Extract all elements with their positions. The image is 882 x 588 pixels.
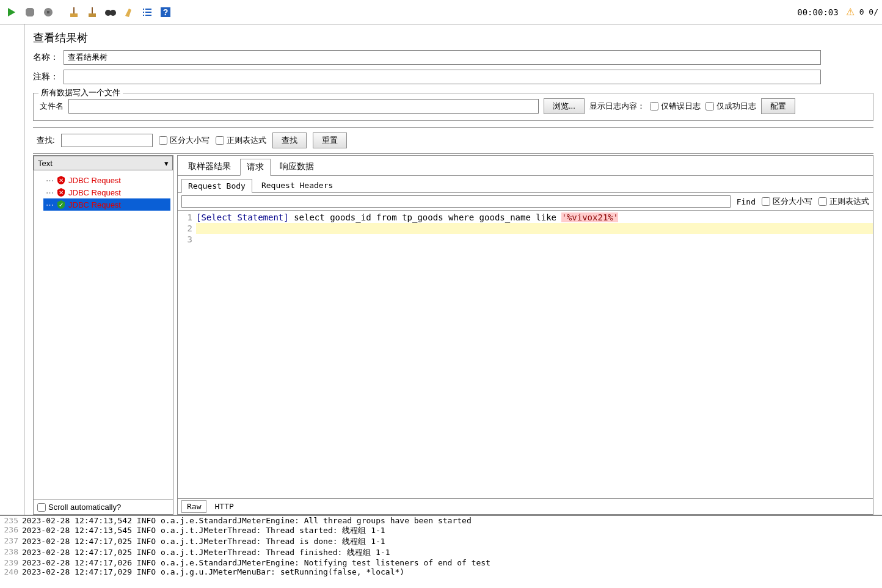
only-success-checkbox[interactable]: 仅成功日志 [705, 101, 756, 112]
run-icon[interactable] [4, 4, 20, 20]
tree-item[interactable]: ⋯ ✕ JDBC Request [43, 174, 170, 186]
svg-marker-0 [8, 8, 15, 16]
tree-panel: Text▾ ⋯ ✕ JDBC Request ⋯ ✕ JDBC Request … [33, 155, 173, 515]
elapsed-timer: 00:00:03 [797, 7, 838, 17]
regex-checkbox[interactable]: 正则表达式 [216, 135, 266, 146]
minus-icon: ⋯ [46, 200, 54, 209]
log-line: 2402023-02-28 12:47:17,029 INFO o.a.j.g.… [0, 567, 882, 576]
results-tree[interactable]: ⋯ ✕ JDBC Request ⋯ ✕ JDBC Request ⋯ ✓ JD… [34, 170, 173, 499]
scroll-auto-checkbox[interactable]: Scroll automatically? [34, 499, 173, 514]
svg-rect-3 [47, 11, 49, 13]
tab-raw[interactable]: Raw [181, 500, 206, 513]
svg-rect-10 [143, 9, 144, 10]
svg-rect-14 [143, 15, 144, 16]
search-label: 查找: [37, 135, 55, 146]
thread-count: 0 0/ [859, 7, 878, 16]
svg-rect-4 [70, 13, 78, 17]
subtab-body[interactable]: Request Body [181, 179, 252, 193]
renderer-combo[interactable]: Text▾ [34, 156, 173, 170]
broom3-icon[interactable] [121, 4, 137, 20]
filename-input[interactable] [68, 99, 539, 114]
svg-text:✕: ✕ [59, 189, 64, 196]
log-panel[interactable]: 2352023-02-28 12:47:13,542 INFO o.a.j.e.… [0, 515, 882, 588]
comment-input[interactable] [64, 70, 821, 84]
find-input[interactable] [181, 195, 731, 208]
request-subtabs: Request Body Request Headers [178, 176, 873, 193]
error-shield-icon: ✕ [56, 175, 66, 185]
log-line: 2382023-02-28 12:47:17,025 INFO o.a.j.t.… [0, 547, 882, 558]
log-line: 2352023-02-28 12:47:13,542 INFO o.a.j.e.… [0, 516, 882, 525]
configure-button[interactable]: 配置 [761, 98, 795, 114]
binoculars-icon[interactable] [103, 4, 118, 20]
search-input[interactable] [61, 134, 153, 147]
chevron-down-icon: ▾ [164, 159, 169, 168]
detail-tabs: 取样器结果 请求 响应数据 [178, 156, 873, 176]
svg-rect-12 [143, 12, 144, 13]
warning-icon[interactable]: ⚠ [846, 6, 855, 18]
svg-text:?: ? [163, 7, 169, 17]
main-toolbar: ? 00:00:03 ⚠ 0 0/ [0, 0, 882, 24]
name-label: 名称： [33, 52, 64, 63]
panel-title: 查看结果树 [33, 31, 873, 45]
log-line: 2372023-02-28 12:47:17,025 INFO o.a.j.t.… [0, 536, 882, 547]
tree-item[interactable]: ⋯ ✕ JDBC Request [43, 186, 170, 198]
svg-point-9 [110, 10, 116, 16]
minus-icon: ⋯ [46, 176, 54, 185]
tab-http[interactable]: HTTP [209, 500, 239, 513]
filename-label: 文件名 [40, 101, 64, 112]
search-button[interactable]: 查找 [272, 132, 307, 148]
show-log-label: 显示日志内容： [589, 101, 645, 112]
case-checkbox[interactable]: 区分大小写 [159, 135, 210, 146]
svg-rect-6 [89, 13, 96, 17]
browse-button[interactable]: 浏览... [544, 98, 585, 114]
fieldset-legend: 所有数据写入一个文件 [38, 87, 123, 98]
file-fieldset: 所有数据写入一个文件 文件名 浏览... 显示日志内容： 仅错误日志 仅成功日志… [33, 93, 873, 121]
svg-rect-15 [145, 15, 151, 16]
subtab-headers[interactable]: Request Headers [255, 178, 340, 192]
broom1-icon[interactable] [66, 4, 82, 20]
search-bar: 查找: 区分大小写 正则表达式 查找 重置 [33, 128, 873, 154]
reset-button[interactable]: 重置 [313, 132, 347, 148]
svg-text:✓: ✓ [59, 201, 64, 208]
view-mode-tabs: Raw HTTP [178, 498, 873, 514]
find-case-checkbox[interactable]: 区分大小写 [762, 196, 812, 207]
ok-shield-icon: ✓ [56, 200, 66, 209]
comment-label: 注释： [33, 71, 64, 82]
error-shield-icon: ✕ [56, 187, 66, 197]
name-input[interactable] [64, 50, 821, 65]
tree-item[interactable]: ⋯ ✓ JDBC Request [43, 198, 170, 211]
log-line: 2362023-02-28 12:47:13,545 INFO o.a.j.t.… [0, 525, 882, 536]
svg-rect-13 [145, 12, 151, 13]
list-icon[interactable] [139, 4, 155, 20]
find-label: Find [737, 197, 756, 206]
minus-icon: ⋯ [46, 188, 54, 197]
log-line: 2392023-02-28 12:47:17,026 INFO o.a.j.e.… [0, 558, 882, 567]
left-gutter [0, 24, 24, 515]
broom2-icon[interactable] [84, 4, 100, 20]
shutdown-icon[interactable] [40, 4, 56, 20]
line-gutter: 123 [178, 211, 196, 498]
tab-request[interactable]: 请求 [240, 159, 271, 176]
stop-icon[interactable] [22, 4, 38, 20]
only-error-checkbox[interactable]: 仅错误日志 [650, 101, 701, 112]
help-icon[interactable]: ? [158, 4, 173, 20]
find-regex-checkbox[interactable]: 正则表达式 [818, 196, 869, 207]
detail-panel: 取样器结果 请求 响应数据 Request Body Request Heade… [177, 155, 873, 515]
svg-rect-11 [145, 9, 151, 10]
tab-sampler-result[interactable]: 取样器结果 [181, 158, 238, 175]
find-bar: Find 区分大小写 正则表达式 [178, 193, 873, 211]
svg-marker-1 [26, 8, 34, 16]
code-area[interactable]: 123 [Select Statement] select goods_id f… [178, 211, 873, 498]
tab-response[interactable]: 响应数据 [273, 158, 321, 175]
svg-text:✕: ✕ [59, 177, 64, 184]
